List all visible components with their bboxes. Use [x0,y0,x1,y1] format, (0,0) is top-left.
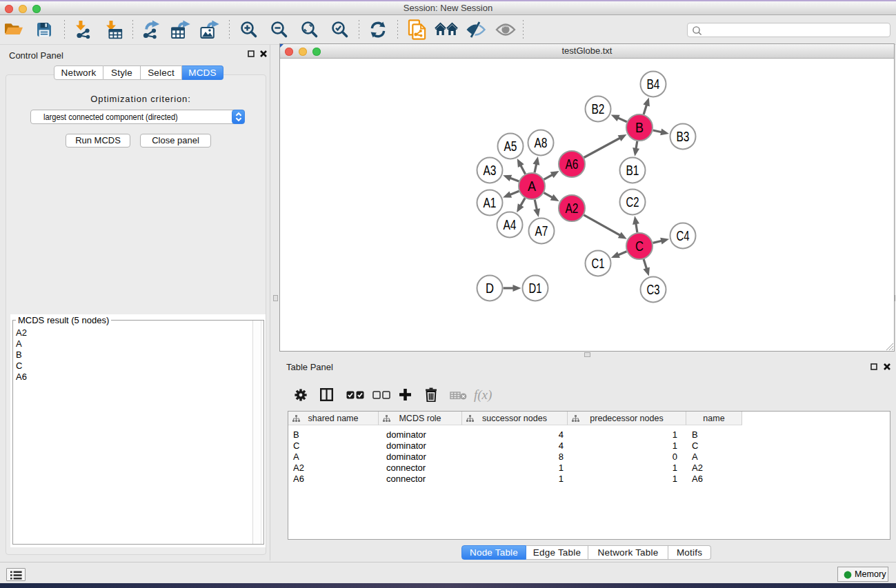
svg-text:A8: A8 [535,135,548,150]
svg-text:A5: A5 [504,139,517,154]
svg-text:D: D [486,281,494,296]
svg-text:C1: C1 [592,256,605,271]
svg-text:A4: A4 [504,217,517,232]
svg-text:A6: A6 [566,156,579,172]
svg-text:C3: C3 [647,282,660,297]
svg-text:C2: C2 [626,194,639,210]
svg-text:C: C [635,239,644,254]
svg-text:A7: A7 [535,223,548,239]
svg-text:A3: A3 [484,163,497,178]
svg-text:B4: B4 [647,77,660,92]
svg-text:D1: D1 [529,281,542,296]
svg-text:B: B [635,120,644,135]
svg-text:A1: A1 [484,195,497,210]
svg-text:A: A [528,179,536,194]
svg-text:B1: B1 [626,163,639,178]
svg-text:A2: A2 [566,201,579,216]
svg-text:B2: B2 [592,101,605,116]
svg-text:C4: C4 [677,228,690,243]
svg-text:B3: B3 [677,129,690,144]
